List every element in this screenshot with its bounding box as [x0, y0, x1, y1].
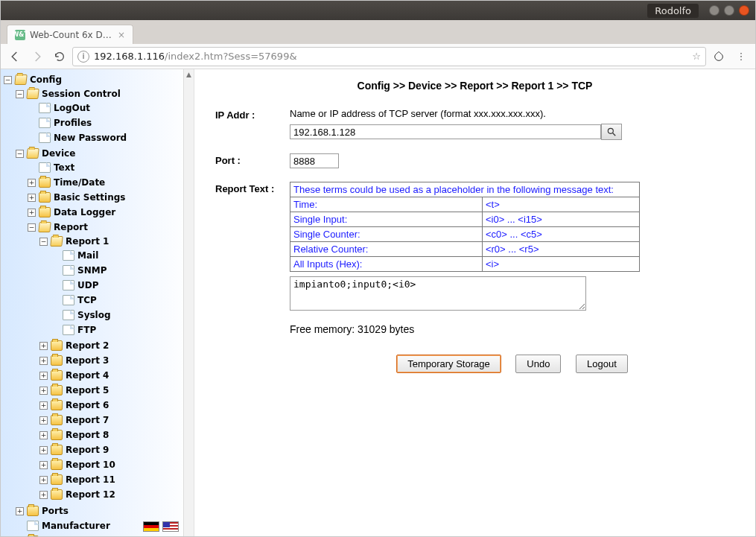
- port-label: Port :: [215, 153, 290, 166]
- tree-toggle[interactable]: +: [39, 357, 48, 365]
- page-icon: [63, 295, 74, 305]
- tree-toggle[interactable]: +: [39, 342, 48, 350]
- tree-new-password[interactable]: New Password: [54, 133, 127, 143]
- tree-profiles[interactable]: Profiles: [54, 118, 92, 128]
- folder-icon: [51, 340, 63, 351]
- folder-icon: [51, 355, 63, 366]
- ph-name: Time:: [290, 197, 483, 212]
- tree-up-download[interactable]: Up/Download: [42, 536, 109, 536]
- tree-report[interactable]: Report: [54, 222, 88, 232]
- tree-mail[interactable]: Mail: [77, 250, 98, 261]
- ph-name: All Inputs (Hex):: [290, 257, 483, 272]
- tree-toggle[interactable]: +: [28, 179, 36, 187]
- tab-strip: W&T Web-Count 6x Digit ×: [1, 20, 755, 44]
- titlebar: Rodolfo: [1, 1, 755, 20]
- tree-logout[interactable]: LogOut: [54, 103, 90, 113]
- extension-icon[interactable]: [709, 47, 728, 66]
- tree-toggle[interactable]: −: [39, 238, 48, 246]
- tree-basic-settings[interactable]: Basic Settings: [54, 192, 125, 203]
- tree-report12[interactable]: Report 12: [66, 489, 115, 500]
- tab-close-icon[interactable]: ×: [118, 30, 125, 40]
- tree-manufacturer[interactable]: Manufacturer: [42, 521, 110, 531]
- page-icon: [63, 280, 74, 290]
- tree-report11[interactable]: Report 11: [66, 474, 115, 485]
- tree-time-date[interactable]: Time/Date: [54, 177, 105, 188]
- tree-toggle[interactable]: +: [39, 416, 48, 425]
- tree-toggle[interactable]: +: [39, 431, 48, 439]
- tree-report8[interactable]: Report 8: [66, 430, 109, 440]
- tree-data-logger[interactable]: Data Logger: [54, 207, 115, 217]
- tree-report10[interactable]: Report 10: [66, 460, 115, 470]
- back-button[interactable]: [5, 47, 25, 66]
- tree-toggle[interactable]: +: [39, 372, 48, 380]
- window-maximize-icon[interactable]: [724, 5, 734, 16]
- tree-config[interactable]: Config: [30, 74, 62, 85]
- ph-token: <r0> ... <r5>: [482, 242, 639, 257]
- tree-toggle[interactable]: +: [39, 461, 48, 469]
- tree-device[interactable]: Device: [42, 148, 75, 159]
- svg-point-0: [608, 128, 613, 133]
- flag-us-icon[interactable]: [162, 521, 179, 532]
- undo-button[interactable]: Undo: [515, 355, 561, 373]
- tree-report6[interactable]: Report 6: [66, 400, 109, 410]
- folder-icon: [51, 474, 63, 485]
- folder-open-icon: [50, 236, 63, 247]
- tree-toggle[interactable]: −: [16, 90, 24, 98]
- folder-open-icon: [14, 74, 27, 85]
- tree-session-control[interactable]: Session Control: [42, 89, 121, 99]
- ip-lookup-button[interactable]: [601, 124, 622, 140]
- tree-report9[interactable]: Report 9: [66, 445, 109, 455]
- tree-report5[interactable]: Report 5: [66, 385, 109, 395]
- tree-toggle[interactable]: −: [4, 76, 12, 84]
- favicon-icon: W&T: [15, 30, 25, 40]
- tree-toggle[interactable]: +: [39, 401, 48, 410]
- tree-report4[interactable]: Report 4: [66, 370, 109, 381]
- tree-toggle[interactable]: +: [39, 476, 48, 484]
- tree-report3[interactable]: Report 3: [66, 355, 109, 366]
- window-close-icon[interactable]: [739, 5, 749, 16]
- tree-ftp[interactable]: FTP: [77, 325, 96, 335]
- tree-snmp[interactable]: SNMP: [77, 265, 107, 276]
- ph-token: <i0> ... <i15>: [482, 212, 639, 227]
- folder-icon: [27, 506, 39, 516]
- ip-input[interactable]: [290, 124, 601, 139]
- tree-report7[interactable]: Report 7: [66, 415, 109, 425]
- placeholder-table: These terms could be used as a placehold…: [290, 182, 640, 272]
- temporary-storage-button[interactable]: Temporary Storage: [396, 355, 501, 373]
- site-info-icon[interactable]: i: [77, 51, 89, 63]
- tree-report1[interactable]: Report 1: [66, 236, 109, 247]
- logout-button[interactable]: Logout: [576, 355, 628, 373]
- tree-ports[interactable]: Ports: [42, 506, 69, 516]
- browser-tab[interactable]: W&T Web-Count 6x Digit ×: [7, 25, 133, 44]
- tree-report2[interactable]: Report 2: [66, 340, 109, 351]
- report-text-input[interactable]: [290, 276, 586, 311]
- ph-token: <i>: [482, 257, 639, 272]
- tree-toggle[interactable]: −: [28, 223, 36, 232]
- browser-menu-icon[interactable]: ⋮: [731, 47, 751, 66]
- bookmark-star-icon[interactable]: ☆: [692, 51, 701, 62]
- reload-button[interactable]: [50, 47, 69, 66]
- address-bar[interactable]: i 192.168.1.116/index2.htm?Sess=57699& ☆: [72, 47, 706, 66]
- tree-toggle[interactable]: +: [28, 209, 36, 217]
- tree-toggle[interactable]: +: [39, 446, 48, 454]
- tree-toggle[interactable]: +: [16, 507, 24, 515]
- tree-tcp[interactable]: TCP: [77, 295, 97, 305]
- tree-toggle[interactable]: +: [39, 491, 48, 499]
- user-label[interactable]: Rodolfo: [647, 4, 699, 18]
- tree-udp[interactable]: UDP: [77, 280, 99, 290]
- flag-de-icon[interactable]: [143, 521, 159, 532]
- tree-toggle[interactable]: +: [28, 194, 36, 202]
- ip-label: IP Addr :: [215, 108, 290, 121]
- folder-icon: [39, 207, 51, 217]
- tree-toggle[interactable]: −: [16, 150, 24, 158]
- tree-syslog[interactable]: Syslog: [77, 310, 111, 320]
- window-minimize-icon[interactable]: [709, 5, 720, 16]
- page-icon: [63, 325, 74, 335]
- tree-toggle[interactable]: +: [39, 387, 48, 395]
- ph-name: Single Input:: [290, 212, 483, 227]
- search-icon: [606, 127, 617, 137]
- main-panel: Config >> Device >> Report >> Report 1 >…: [194, 69, 755, 536]
- port-input[interactable]: [290, 153, 339, 168]
- url-host: 192.168.1.116: [94, 51, 165, 62]
- tree-text[interactable]: Text: [54, 162, 74, 173]
